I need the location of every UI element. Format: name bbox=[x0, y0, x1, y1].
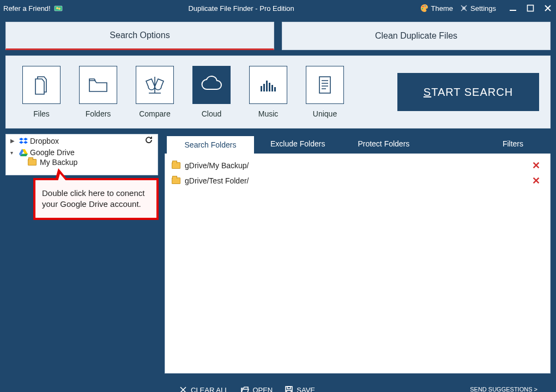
tool-music-label: Music bbox=[244, 109, 293, 118]
svg-rect-13 bbox=[271, 85, 273, 91]
minimize-button[interactable] bbox=[508, 3, 518, 13]
open-button[interactable]: OPEN bbox=[240, 385, 273, 392]
settings-button[interactable]: Settings bbox=[460, 4, 496, 13]
subtab-exclude-folders-label: Exclude Folders bbox=[270, 139, 325, 148]
main-area: ▶ Dropbox ▾ Google Drive My Backup bbox=[0, 134, 556, 392]
tab-search-options[interactable]: Search Options bbox=[5, 22, 274, 50]
theme-label: Theme bbox=[431, 4, 453, 13]
theme-icon bbox=[420, 4, 429, 13]
tree-item-dropbox[interactable]: ▶ Dropbox bbox=[6, 134, 158, 147]
cloud-tree: ▶ Dropbox ▾ Google Drive My Backup bbox=[5, 134, 158, 175]
refer-friend-link[interactable]: Refer a Friend! bbox=[3, 4, 63, 13]
open-underline: O bbox=[252, 386, 258, 393]
send-suggestions-link[interactable]: SEND SUGGESTIONS > bbox=[470, 386, 537, 392]
svg-rect-9 bbox=[261, 86, 262, 91]
tool-files[interactable] bbox=[22, 66, 61, 104]
subtab-exclude-folders[interactable]: Exclude Folders bbox=[254, 134, 341, 154]
folder-icon bbox=[172, 177, 180, 184]
list-item: gDrive/My Backup/ ✕ bbox=[171, 158, 545, 173]
svg-rect-14 bbox=[274, 87, 276, 91]
hint-callout: Double click here to conenct your Google… bbox=[33, 178, 159, 220]
svg-rect-10 bbox=[263, 84, 265, 91]
save-icon bbox=[285, 385, 293, 392]
tool-cloud[interactable] bbox=[192, 66, 231, 104]
tree-item-my-backup[interactable]: My Backup bbox=[6, 158, 158, 167]
subtab-bar: Search Folders Exclude Folders Protect F… bbox=[165, 134, 551, 154]
svg-point-5 bbox=[421, 8, 423, 10]
subtab-filters-label: Filters bbox=[503, 139, 523, 148]
main-tabs: Search Options Clean Duplicate Files bbox=[0, 16, 556, 50]
tool-compare[interactable] bbox=[136, 66, 174, 104]
start-search-button[interactable]: START SEARCH bbox=[397, 73, 539, 111]
svg-rect-12 bbox=[269, 83, 270, 91]
svg-rect-15 bbox=[319, 77, 330, 93]
svg-point-1 bbox=[56, 7, 58, 9]
remove-folder-button[interactable]: ✕ bbox=[532, 175, 540, 187]
svg-rect-7 bbox=[510, 10, 516, 11]
chevron-down-icon: ▾ bbox=[10, 150, 17, 156]
tab-search-options-label: Search Options bbox=[110, 30, 170, 40]
tool-folders[interactable] bbox=[79, 66, 117, 104]
tab-clean-duplicates[interactable]: Clean Duplicate Files bbox=[282, 22, 551, 50]
tree-item-google-drive[interactable]: ▾ Google Drive bbox=[6, 147, 158, 158]
tree-item-my-backup-label: My Backup bbox=[40, 158, 77, 167]
clear-all-rest: LEAR ALL bbox=[196, 386, 228, 393]
clear-icon bbox=[179, 385, 188, 392]
refer-friend-icon bbox=[54, 4, 63, 13]
tool-compare-label: Compare bbox=[130, 109, 179, 118]
tool-music[interactable] bbox=[249, 66, 287, 104]
hint-callout-text: Double click here to conenct your Google… bbox=[42, 188, 144, 209]
clear-all-button[interactable]: CLEAR ALL bbox=[179, 385, 228, 392]
tool-files-label: Files bbox=[17, 109, 66, 118]
folder-icon bbox=[28, 159, 37, 166]
search-folders-list: gDrive/My Backup/ ✕ gDrive/Test Folder/ … bbox=[165, 154, 551, 373]
theme-button[interactable]: Theme bbox=[420, 4, 453, 13]
subtab-protect-folders-label: Protect Folders bbox=[358, 139, 409, 148]
tree-item-dropbox-label: Dropbox bbox=[30, 137, 142, 145]
open-icon bbox=[240, 385, 249, 392]
footer-bar: CLEAR ALL OPEN SAVE SEND SUGGESTIONS > bbox=[171, 378, 545, 392]
chevron-right-icon: ▶ bbox=[10, 138, 17, 144]
settings-label: Settings bbox=[470, 4, 496, 13]
subtab-protect-folders[interactable]: Protect Folders bbox=[341, 134, 426, 154]
dropbox-icon bbox=[19, 137, 28, 145]
svg-rect-8 bbox=[528, 5, 534, 11]
clear-all-underline: C bbox=[191, 386, 196, 393]
tool-unique[interactable] bbox=[306, 66, 344, 104]
subtab-search-folders-label: Search Folders bbox=[185, 140, 237, 149]
settings-icon bbox=[460, 4, 468, 13]
send-suggestions-label: SEND SUGGESTIONS > bbox=[470, 386, 537, 392]
svg-point-3 bbox=[422, 6, 424, 8]
app-title: Duplicate File Finder - Pro Edition bbox=[63, 4, 420, 13]
refer-friend-label: Refer a Friend! bbox=[3, 4, 51, 13]
list-item: gDrive/Test Folder/ ✕ bbox=[171, 173, 545, 188]
svg-point-2 bbox=[58, 8, 61, 10]
svg-rect-17 bbox=[287, 387, 291, 389]
folder-icon bbox=[172, 162, 180, 169]
subtab-search-folders[interactable]: Search Folders bbox=[167, 136, 254, 154]
maximize-button[interactable] bbox=[525, 3, 535, 13]
subtab-filters[interactable]: Filters bbox=[475, 134, 551, 154]
list-item-path: gDrive/My Backup/ bbox=[185, 161, 532, 170]
start-search-rest: TART SEARCH bbox=[431, 86, 513, 98]
close-button[interactable] bbox=[543, 3, 553, 13]
tool-folders-label: Folders bbox=[74, 109, 123, 118]
open-rest: PEN bbox=[258, 386, 273, 393]
tree-item-google-drive-label: Google Drive bbox=[30, 148, 153, 157]
save-rest: AVE bbox=[301, 386, 315, 393]
svg-rect-11 bbox=[266, 81, 268, 91]
refresh-button[interactable] bbox=[144, 136, 153, 146]
start-search-underline: S bbox=[424, 86, 431, 98]
save-underline: S bbox=[297, 386, 301, 393]
tool-unique-label: Unique bbox=[300, 109, 349, 118]
titlebar: Refer a Friend! Duplicate File Finder - … bbox=[0, 0, 556, 16]
remove-folder-button[interactable]: ✕ bbox=[532, 160, 540, 171]
svg-point-4 bbox=[424, 5, 426, 7]
list-item-path: gDrive/Test Folder/ bbox=[185, 176, 532, 185]
tab-clean-duplicates-label: Clean Duplicate Files bbox=[375, 31, 457, 41]
tool-row: Files Folders Compare Cloud Music Unique… bbox=[5, 56, 551, 128]
google-drive-icon bbox=[19, 148, 28, 157]
svg-rect-0 bbox=[55, 6, 62, 11]
save-button[interactable]: SAVE bbox=[285, 385, 315, 392]
tool-cloud-label: Cloud bbox=[187, 109, 236, 118]
